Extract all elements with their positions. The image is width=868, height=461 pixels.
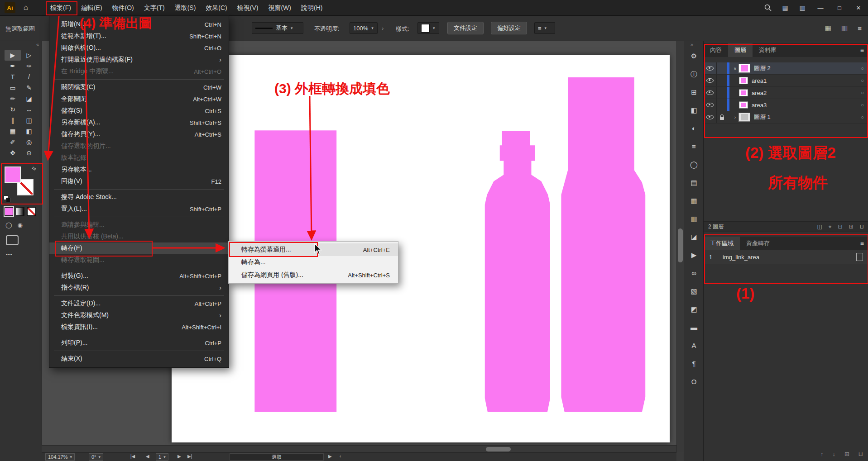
visibility-eye-icon[interactable] xyxy=(704,111,717,123)
target-circle-icon[interactable]: ○ xyxy=(861,90,864,95)
menubar-item-edit[interactable]: 編輯(E) xyxy=(76,0,107,15)
paintbrush-tool[interactable]: ✎ xyxy=(21,82,37,93)
target-circle-icon[interactable]: ○ xyxy=(861,78,864,83)
object-name[interactable]: area3 xyxy=(752,102,868,109)
curvature-tool[interactable]: ✑ xyxy=(21,61,37,71)
object-thumbnail[interactable] xyxy=(739,89,748,96)
blend-tool[interactable]: ◎ xyxy=(21,137,37,147)
previous-artboard-icon[interactable]: ◀ xyxy=(146,454,149,459)
align-icon[interactable]: ▥ xyxy=(691,215,697,223)
close-button[interactable]: ✕ xyxy=(849,0,868,15)
target-circle-icon[interactable]: ○ xyxy=(861,102,864,108)
menubar-item-type[interactable]: 文字(T) xyxy=(139,0,170,15)
pen-tool[interactable]: ✒ xyxy=(5,61,21,71)
delete-layer-icon[interactable]: ⊔ xyxy=(860,223,864,230)
opacity-field[interactable]: 100% ▾ xyxy=(350,22,378,34)
object-name[interactable]: area1 xyxy=(752,77,868,84)
minimize-button[interactable]: — xyxy=(811,0,830,15)
new-artboard-icon[interactable]: ⊞ xyxy=(844,451,849,457)
edit-toolbar-icon[interactable]: ••• xyxy=(6,252,13,257)
move-up-icon[interactable]: ↑ xyxy=(820,451,824,457)
rotate-tool[interactable]: ↻ xyxy=(5,104,21,115)
menu-item-export-for-screens[interactable]: 轉存為螢幕適用...Alt+Ctrl+E xyxy=(229,243,398,256)
menu-item-exit[interactable]: 結束(X)Ctrl+Q xyxy=(49,353,229,365)
layer-row-layer2[interactable]: ∨ 圖層 2 ○ xyxy=(704,62,868,75)
artboard-row[interactable]: 1 img_link_area xyxy=(704,250,868,264)
layer-row-area3[interactable]: area3 ○ xyxy=(704,99,868,111)
menu-item-new-from-template[interactable]: 從範本新增(T)...Shift+Ctrl+N xyxy=(49,30,229,42)
zoom-level-field[interactable]: 104.17% ▾ xyxy=(45,453,75,461)
swatches-icon[interactable]: ◧ xyxy=(691,107,697,114)
draw-normal-icon[interactable]: ◯ xyxy=(5,222,12,228)
menu-item-document-color-mode[interactable]: 文件色彩模式(M)› xyxy=(49,309,229,321)
document-setup-button[interactable]: 文件設定 xyxy=(447,22,484,34)
lock-column[interactable] xyxy=(717,75,727,86)
new-layer-icon[interactable]: ⊞ xyxy=(849,223,854,230)
tab-artboards[interactable]: 工作區域 xyxy=(704,237,740,250)
menu-item-print[interactable]: 列印(P)...Ctrl+P xyxy=(49,337,229,349)
tab-layers[interactable]: 圖層 xyxy=(728,43,753,57)
none-button[interactable] xyxy=(27,207,36,216)
swap-fill-stroke-icon[interactable]: ⇄ xyxy=(30,165,38,172)
status-back-icon[interactable]: ‹ xyxy=(340,454,341,459)
lock-column[interactable] xyxy=(717,99,727,111)
next-artboard-icon[interactable]: ▶ xyxy=(177,454,181,459)
new-sublayer-icon[interactable]: ⊟ xyxy=(838,223,843,230)
appearance-icon[interactable]: ▤ xyxy=(691,179,697,186)
gradient-tool[interactable]: ◧ xyxy=(21,126,37,137)
artboard-number-field[interactable]: 1 ▾ xyxy=(156,453,168,461)
panel-menu-icon[interactable]: ≡ xyxy=(858,24,862,32)
menubar-item-view[interactable]: 檢視(V) xyxy=(232,0,264,15)
menu-item-export[interactable]: 轉存(E)› xyxy=(49,242,229,254)
delete-artboard-icon[interactable]: ⊔ xyxy=(858,451,863,457)
stroke-profile-combo[interactable]: 基本 ▾ xyxy=(252,22,303,34)
layers-panel-menu-icon[interactable]: ≡ xyxy=(860,43,864,57)
menubar-item-select[interactable]: 選取(S) xyxy=(170,0,201,15)
menu-item-document-setup[interactable]: 文件設定(D)...Alt+Ctrl+P xyxy=(49,298,229,309)
magenta-bottle-shape-large[interactable] xyxy=(561,77,645,412)
character-icon[interactable]: A xyxy=(691,342,696,349)
lock-column[interactable] xyxy=(717,87,727,99)
draw-inside-icon[interactable]: ◉ xyxy=(18,222,23,228)
tab-properties[interactable]: 內容 xyxy=(704,43,728,57)
width-tool[interactable]: ∥ xyxy=(5,115,21,126)
lock-icon[interactable] xyxy=(717,111,727,123)
gear-icon[interactable]: ⚙ xyxy=(691,52,697,60)
default-fill-stroke-icon[interactable] xyxy=(4,195,11,202)
object-name[interactable]: area2 xyxy=(752,90,868,96)
vertical-scrollbar[interactable] xyxy=(676,41,684,452)
menu-item-scripts[interactable]: 指令檔(R)› xyxy=(49,282,229,294)
target-circle-icon[interactable]: ○ xyxy=(861,114,864,120)
search-icon[interactable] xyxy=(759,0,777,15)
stroke-icon[interactable]: ≡ xyxy=(692,143,696,150)
menu-item-save-a-copy[interactable]: 儲存拷貝(Y)...Alt+Ctrl+S xyxy=(49,128,229,140)
fill-color-swatch[interactable] xyxy=(5,166,21,183)
layer-row-area2[interactable]: area2 ○ xyxy=(704,87,868,99)
visibility-eye-icon[interactable] xyxy=(704,75,717,86)
pencil-tool[interactable]: ✏ xyxy=(5,93,21,104)
make-clip-mask-icon[interactable]: ◫ xyxy=(817,223,822,230)
transform-icon[interactable]: ⊞ xyxy=(691,89,697,96)
line-segment-tool[interactable]: / xyxy=(21,71,37,82)
rectangle-tool[interactable]: ▭ xyxy=(5,82,21,93)
actions-icon[interactable]: ▶ xyxy=(691,252,697,259)
menu-item-close[interactable]: 關閉檔案(C)Ctrl+W xyxy=(49,81,229,93)
first-artboard-icon[interactable]: |◀ xyxy=(130,454,135,459)
magenta-bottle-shape-small[interactable] xyxy=(485,131,550,412)
menu-item-revert[interactable]: 回復(V)F12 xyxy=(49,176,229,187)
artboards-panel-menu-icon[interactable]: ≡ xyxy=(860,237,864,250)
zoom-tool[interactable]: ⊙ xyxy=(21,147,37,158)
layer-expand-chevron-icon[interactable]: › xyxy=(732,115,739,120)
menu-item-file-info[interactable]: 檔案資訊(I)...Alt+Shift+Ctrl+I xyxy=(49,321,229,333)
gradient-button[interactable] xyxy=(16,207,24,216)
home-icon[interactable]: ⌂ xyxy=(18,3,34,12)
artboard-page-icon[interactable] xyxy=(856,253,863,261)
pathfinder-icon[interactable]: ◪ xyxy=(691,233,697,241)
menubar-item-effect[interactable]: 效果(C) xyxy=(201,0,232,15)
image-trace-icon[interactable]: ▧ xyxy=(691,288,697,295)
menu-item-place[interactable]: 置入(L)...Shift+Ctrl+P xyxy=(49,203,229,215)
restore-button[interactable]: □ xyxy=(830,0,849,15)
links-icon[interactable]: ∞ xyxy=(691,270,696,277)
menu-item-search-adobe-stock[interactable]: 搜尋 Adobe Stock... xyxy=(49,191,229,203)
paragraph-icon[interactable]: ¶ xyxy=(692,360,695,367)
